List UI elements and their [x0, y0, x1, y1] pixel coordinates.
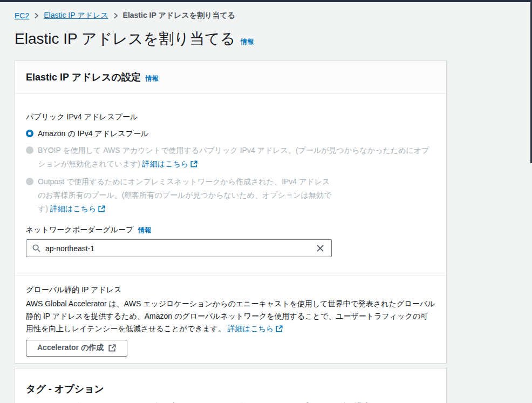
network-border-group-search-box[interactable]	[26, 239, 332, 257]
settings-card-body: パブリック IPv4 アドレスプール Amazon の IPv4 アドレスプール…	[15, 94, 446, 363]
breadcrumb-link-ec2[interactable]: EC2	[15, 11, 29, 20]
create-accelerator-button[interactable]: Accelerator の作成	[26, 340, 127, 357]
page-title: Elastic IP アドレスを割り当てる	[15, 30, 235, 48]
tags-card-description: タグは、ユーザーが AWS リソースに割り当てるラベルです。各タグはキーとオプシ…	[26, 400, 435, 403]
global-static-ip-section: グローバル静的 IP アドレス AWS Global Accelerator は…	[26, 285, 435, 357]
tags-card: タグ - オプション タグは、ユーザーが AWS リソースに割り当てるラベルです…	[15, 368, 447, 403]
settings-card-title: Elastic IP アドレスの設定	[26, 71, 141, 84]
learn-more-label: 詳細はこちら	[228, 324, 274, 333]
byoip-learn-more-link[interactable]: 詳細はこちら	[142, 159, 197, 168]
elastic-ip-settings-card: Elastic IP アドレスの設定 情報 パブリック IPv4 アドレスプール…	[15, 61, 447, 364]
network-border-group-input[interactable]	[45, 244, 310, 253]
radio-option-label: BYOIP を使用して AWS アカウントで使用するパブリック IPv4 アドレ…	[38, 144, 433, 172]
page-title-row: Elastic IP アドレスを割り当てる 情報	[15, 30, 447, 48]
settings-card-info-link[interactable]: 情報	[146, 74, 159, 83]
public-ipv4-pool-label: パブリック IPv4 アドレスプール	[26, 112, 435, 122]
search-icon	[32, 244, 40, 252]
page-title-info-link[interactable]: 情報	[241, 37, 254, 46]
create-accelerator-label: Accelerator の作成	[37, 343, 104, 353]
learn-more-label: 詳細はこちら	[142, 159, 188, 168]
chevron-right-icon	[113, 12, 118, 19]
radio-option-label: Amazon の IPv4 アドレスプール	[38, 127, 148, 140]
external-link-icon	[98, 203, 105, 217]
public-ipv4-pool-radio-group: Amazon の IPv4 アドレスプール BYOIP を使用して AWS アカ…	[26, 127, 435, 217]
external-link-icon	[190, 158, 197, 172]
clear-input-button[interactable]	[315, 243, 325, 253]
tags-card-title: タグ - オプション	[26, 382, 435, 395]
external-link-icon	[276, 324, 283, 336]
close-icon	[316, 244, 324, 252]
external-link-icon	[108, 344, 116, 352]
section-divider	[15, 275, 446, 276]
settings-card-header: Elastic IP アドレスの設定 情報	[15, 61, 446, 94]
network-border-group-label-row: ネットワークボーダーグループ 情報	[26, 225, 435, 235]
radio-option-text: BYOIP を使用して AWS アカウントで使用するパブリック IPv4 アドレ…	[38, 146, 429, 168]
global-static-ip-description: AWS Global Accelerator は、AWS エッジロケーションから…	[26, 298, 435, 336]
network-border-group-info-link[interactable]: 情報	[138, 226, 151, 235]
network-border-group-label: ネットワークボーダーグループ	[26, 225, 133, 235]
radio-option-byoip: BYOIP を使用して AWS アカウントで使用するパブリック IPv4 アドレ…	[26, 144, 435, 172]
radio-option-amazon-pool[interactable]: Amazon の IPv4 アドレスプール	[26, 127, 435, 140]
outpost-learn-more-link[interactable]: 詳細はこちら	[50, 204, 105, 213]
radio-selected-icon[interactable]	[26, 130, 33, 137]
breadcrumb-current: Elastic IP アドレスを割り当てる	[123, 11, 236, 21]
top-bar	[0, 0, 532, 2]
global-static-ip-label: グローバル静的 IP アドレス	[26, 285, 435, 295]
radio-option-outpost: Outpost で使用するためにオンプレミスネットワークから作成された、IPv4…	[26, 175, 435, 217]
radio-disabled-icon	[26, 178, 33, 185]
radio-option-label: Outpost で使用するためにオンプレミスネットワークから作成された、IPv4…	[38, 175, 336, 217]
page-content: EC2 Elastic IP アドレス Elastic IP アドレスを割り当て…	[0, 0, 447, 403]
breadcrumb-link-elastic-ip[interactable]: Elastic IP アドレス	[44, 11, 108, 21]
chevron-right-icon	[34, 12, 39, 19]
radio-disabled-icon	[26, 146, 33, 154]
learn-more-label: 詳細はこちら	[50, 204, 96, 213]
global-accelerator-learn-more-link[interactable]: 詳細はこちら	[228, 324, 283, 333]
breadcrumb: EC2 Elastic IP アドレス Elastic IP アドレスを割り当て…	[15, 11, 447, 21]
